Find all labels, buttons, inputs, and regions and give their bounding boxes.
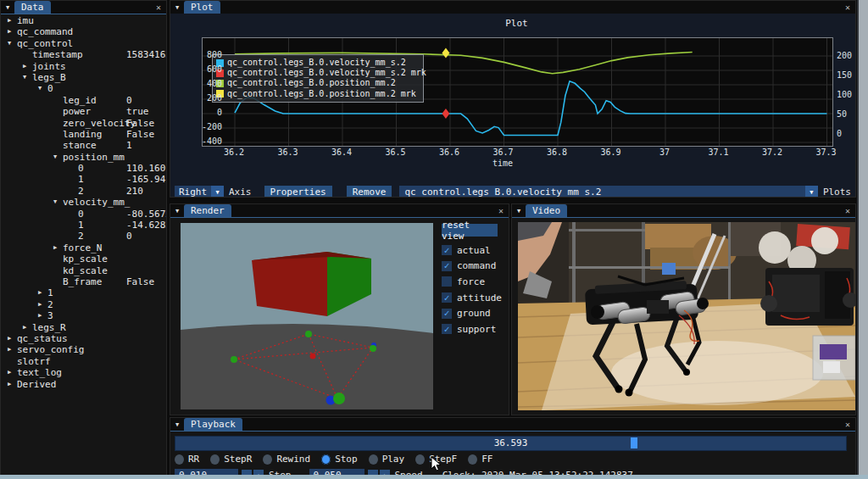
radio-play[interactable] (369, 454, 378, 465)
seek-bar[interactable]: 36.593 (175, 436, 847, 451)
tree-row[interactable]: ▶imu (1, 15, 166, 26)
series-combo[interactable]: qc_control.legs_B.0.velocity_mm_s.2 (399, 186, 804, 198)
radio-stop[interactable] (321, 454, 331, 465)
data-tree[interactable]: ▶imu▶qc_command▼qc_controltimestamp15834… (1, 15, 166, 390)
plot-canvas[interactable]: qc_control.legs_B.0.velocity_mm_s.2qc_co… (202, 37, 833, 147)
tree-row[interactable]: ▶text_log (1, 367, 166, 378)
tree-row[interactable]: 20 (1, 231, 166, 242)
tree-row[interactable]: ▼0 (1, 83, 166, 94)
close-icon[interactable]: ✕ (840, 204, 855, 217)
radio-label-stop[interactable]: Stop (335, 454, 358, 465)
tree-row[interactable]: ▼velocity_mm_ (1, 197, 166, 208)
radio-stepr[interactable] (210, 454, 220, 465)
checkbox-force[interactable] (442, 276, 452, 287)
tree-row[interactable]: ▶2 (1, 299, 166, 310)
remove-button[interactable]: Remove (347, 186, 392, 198)
tree-expand-icon[interactable]: ▶ (53, 242, 63, 253)
seek-handle[interactable] (631, 437, 637, 448)
properties-button[interactable]: Properties (264, 186, 332, 198)
tree-row[interactable]: stance1 (1, 140, 166, 151)
tree-expand-icon[interactable]: ▶ (38, 310, 47, 321)
tab-render[interactable]: Render (184, 204, 231, 217)
radio-label-rr[interactable]: RR (188, 454, 199, 465)
tab-playback[interactable]: Playback (184, 418, 242, 431)
collapse-arrow-icon[interactable]: ▼ (170, 1, 184, 14)
tree-expand-icon[interactable]: ▶ (8, 15, 17, 26)
checkbox-row-ground[interactable]: ✓ground (442, 305, 508, 321)
tree-row[interactable]: ▼qc_control (1, 38, 166, 49)
checkbox-actual[interactable]: ✓ (442, 245, 452, 255)
close-icon[interactable]: ✕ (151, 1, 166, 14)
tree-row[interactable]: ▶qc_status (1, 333, 166, 344)
tree-row[interactable]: ▶servo_config (1, 344, 166, 355)
collapse-arrow-icon[interactable]: ▼ (170, 204, 184, 217)
tree-row[interactable]: powertrue (1, 106, 166, 117)
checkbox-row-attitude[interactable]: ✓attitude (442, 290, 508, 306)
tree-collapse-icon[interactable]: ▼ (53, 152, 63, 163)
tree-row[interactable]: ▶legs_R (1, 322, 166, 333)
tree-collapse-icon[interactable]: ▼ (23, 72, 32, 83)
radio-label-ff[interactable]: FF (481, 454, 492, 465)
collapse-arrow-icon[interactable]: ▼ (1, 1, 14, 14)
radio-label-stepr[interactable]: StepR (224, 454, 252, 465)
close-icon[interactable]: ✕ (840, 1, 855, 14)
tree-collapse-icon[interactable]: ▼ (8, 38, 17, 49)
checkbox-row-actual[interactable]: ✓actual (442, 242, 508, 259)
tree-row[interactable]: ▶qc_command (1, 26, 166, 37)
tree-expand-icon[interactable]: ▶ (8, 26, 17, 37)
tree-row[interactable]: timestamp15834163 (1, 49, 166, 60)
tree-row[interactable]: ▼legs_B (1, 72, 166, 83)
tab-plot[interactable]: Plot (184, 1, 220, 14)
tree-row[interactable]: ▶1 (1, 287, 166, 298)
collapse-arrow-icon[interactable]: ▼ (512, 204, 526, 217)
checkbox-row-command[interactable]: ✓command (442, 259, 508, 275)
collapse-arrow-icon[interactable]: ▼ (170, 418, 184, 431)
tree-expand-icon[interactable]: ▶ (8, 379, 17, 390)
tree-row[interactable]: zero_velocityFalse (1, 118, 166, 129)
radio-label-play[interactable]: Play (382, 454, 405, 465)
radio-stepf[interactable] (415, 454, 425, 465)
tree-row[interactable]: kd_scale (1, 265, 166, 276)
vertical-scrollbar[interactable] (857, 0, 868, 479)
tree-row[interactable]: slotrf (1, 356, 166, 367)
tree-expand-icon[interactable]: ▶ (8, 367, 17, 378)
tree-row[interactable]: 0110.160 (1, 163, 166, 174)
tree-row[interactable]: ▶Derived (1, 379, 166, 390)
checkbox-ground[interactable]: ✓ (442, 309, 452, 319)
tree-row[interactable]: ▶joints (1, 61, 166, 72)
tree-expand-icon[interactable]: ▶ (23, 61, 32, 72)
tree-expand-icon[interactable]: ▶ (8, 344, 17, 355)
tab-video[interactable]: Video (526, 204, 567, 217)
tree-row[interactable]: leg_id0 (1, 95, 166, 106)
tree-row[interactable]: kp_scale (1, 253, 166, 265)
tree-row[interactable]: B_frameFalse (1, 276, 166, 287)
checkbox-command[interactable]: ✓ (442, 261, 452, 271)
plot-legend[interactable]: qc_control.legs_B.0.velocity_mm_s.2qc_co… (212, 54, 424, 103)
horizontal-scrollbar[interactable] (0, 475, 868, 479)
render-viewport[interactable] (181, 223, 433, 409)
tree-collapse-icon[interactable]: ▼ (38, 83, 47, 94)
checkbox-row-support[interactable]: ✓support (442, 321, 508, 337)
close-icon[interactable]: ✕ (840, 418, 855, 431)
radio-ff[interactable] (468, 454, 477, 465)
checkbox-support[interactable]: ✓ (442, 324, 452, 334)
tree-row[interactable]: 2210 (1, 186, 166, 197)
checkbox-attitude[interactable]: ✓ (442, 292, 452, 303)
tab-data[interactable]: Data (14, 1, 51, 14)
radio-rr[interactable] (175, 454, 184, 465)
tree-row[interactable]: ▶3 (1, 310, 166, 321)
checkbox-row-force[interactable]: force (442, 274, 508, 290)
tree-row[interactable]: ▼position_mm (1, 152, 166, 163)
tree-row[interactable]: 1-165.941 (1, 174, 166, 185)
tree-row[interactable]: 0-80.5675 (1, 209, 166, 220)
tree-row[interactable]: landingFalse (1, 129, 166, 140)
tree-collapse-icon[interactable]: ▼ (53, 197, 63, 208)
combo-arrow-icon[interactable]: ▼ (805, 186, 818, 198)
tree-expand-icon[interactable]: ▶ (8, 333, 17, 344)
axis-side-combo[interactable]: Right (175, 186, 211, 198)
tree-expand-icon[interactable]: ▶ (23, 322, 32, 333)
tree-row[interactable]: 1-14.6283 (1, 220, 166, 231)
tree-row[interactable]: ▶force_N (1, 242, 166, 253)
radio-rewind[interactable] (263, 454, 272, 465)
reset-view-button[interactable]: reset view (442, 224, 498, 237)
